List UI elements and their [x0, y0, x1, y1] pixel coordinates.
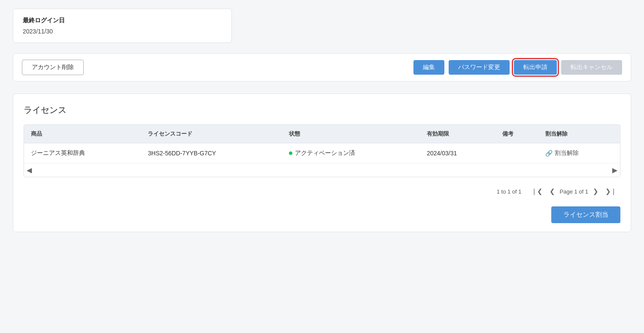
edit-button[interactable]: 編集 — [413, 60, 444, 75]
scroll-left-button[interactable]: ◀ — [24, 165, 34, 175]
cell-status: アクティベーション済 — [282, 143, 420, 163]
status-text: アクティベーション済 — [295, 149, 355, 156]
last-login-card: 最終ログイン日 2023/11/30 — [13, 9, 232, 43]
col-header-expiry: 有効期限 — [420, 125, 495, 143]
page-next-button[interactable]: ❯ — [591, 187, 601, 196]
col-header-product: 商品 — [24, 125, 141, 143]
password-change-button[interactable]: パスワード変更 — [449, 60, 510, 75]
status-active-dot — [289, 151, 292, 155]
license-table: 商品 ライセンスコード 状態 有効期限 備考 割当解除 ジーニアス英和辞典3HS… — [24, 125, 620, 163]
license-section: ライセンス 商品 ライセンスコード 状態 有効期限 備考 割当解除 ジーニアス英… — [13, 94, 631, 232]
unassign-icon: 🔗 — [545, 150, 553, 157]
action-bar-right: 編集 パスワード変更 転出申請 転出キャンセル — [413, 60, 622, 75]
page-label: Page 1 of 1 — [560, 188, 589, 195]
scroll-right-button[interactable]: ▶ — [610, 165, 620, 175]
action-bar: アカウント削除 編集 パスワード変更 転出申請 転出キャンセル — [13, 53, 631, 82]
cell-unassign[interactable]: 🔗割当解除 — [538, 143, 620, 163]
cell-license-code: 3HS2-56DD-7YYB-G7CY — [141, 143, 282, 163]
table-row: ジーニアス英和辞典3HS2-56DD-7YYB-G7CYアクティベーション済20… — [24, 143, 620, 163]
cell-note — [495, 143, 538, 163]
table-scroll-row: ◀ ▶ — [24, 163, 620, 177]
cancel-transfer-button: 転出キャンセル — [561, 60, 622, 75]
page-prev-button[interactable]: ❮ — [547, 187, 557, 196]
license-table-wrapper: 商品 ライセンスコード 状態 有効期限 備考 割当解除 ジーニアス英和辞典3HS… — [24, 124, 620, 177]
col-header-note: 備考 — [495, 125, 538, 143]
delete-account-button[interactable]: アカウント削除 — [22, 60, 84, 75]
bottom-action-row: ライセンス割当 — [24, 200, 620, 223]
col-header-unassign: 割当解除 — [538, 125, 620, 143]
col-header-license-code: ライセンスコード — [141, 125, 282, 143]
transfer-request-button[interactable]: 転出申請 — [514, 60, 557, 75]
license-section-title: ライセンス — [24, 104, 620, 116]
last-login-label: 最終ログイン日 — [23, 17, 222, 24]
table-header-row: 商品 ライセンスコード 状態 有効期限 備考 割当解除 — [24, 125, 620, 143]
col-header-status: 状態 — [282, 125, 420, 143]
action-bar-left: アカウント削除 — [22, 60, 84, 75]
assign-license-button[interactable]: ライセンス割当 — [551, 206, 620, 223]
unassign-link[interactable]: 🔗割当解除 — [545, 149, 613, 157]
unassign-label: 割当解除 — [555, 149, 579, 157]
cell-expiry: 2024/03/31 — [420, 143, 495, 163]
pagination-row: 1 to 1 of 1 ❘❮ ❮ Page 1 of 1 ❯ ❯❘ — [24, 182, 620, 200]
page-last-button[interactable]: ❯❘ — [603, 187, 619, 196]
pagination-range: 1 to 1 of 1 — [497, 188, 522, 195]
page-first-button[interactable]: ❘❮ — [529, 187, 545, 196]
cell-product: ジーニアス英和辞典 — [24, 143, 141, 163]
last-login-value: 2023/11/30 — [23, 28, 222, 35]
